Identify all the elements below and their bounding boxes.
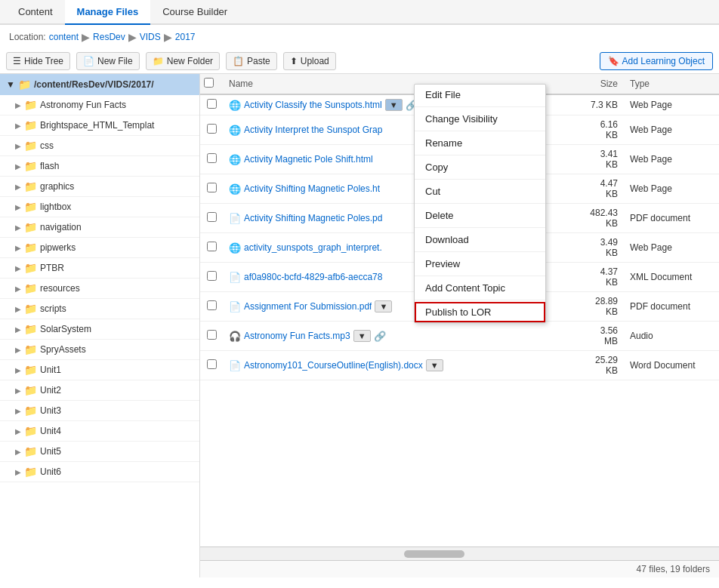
sidebar-item-14[interactable]: ▶📁Unit2 xyxy=(0,380,199,401)
file-name-1[interactable]: Activity Interpret the Sunspot Grap xyxy=(244,125,382,135)
file-name-8[interactable]: Astronomy Fun Facts.mp3 xyxy=(244,331,350,341)
file-dropdown-btn-9[interactable]: ▼ xyxy=(426,359,443,371)
file-checkbox-8[interactable] xyxy=(207,330,217,340)
file-name-5[interactable]: activity_sunspots_graph_interpret. xyxy=(244,242,382,253)
loc-2017[interactable]: 2017 xyxy=(175,32,196,42)
sidebar-item-13[interactable]: ▶📁Unit1 xyxy=(0,360,199,380)
menu-item-add-content-topic[interactable]: Add Content Topic xyxy=(415,278,545,298)
menu-separator-9 xyxy=(415,300,545,300)
sidebar-item-2[interactable]: ▶📁css xyxy=(0,136,199,156)
menu-item-edit-file[interactable]: Edit File xyxy=(415,85,545,105)
horizontal-scrollbar[interactable] xyxy=(200,546,719,560)
file-type-icon-4: 📄 xyxy=(229,213,241,224)
add-learning-object-button[interactable]: 🔖 Add Learning Object xyxy=(600,52,713,70)
menu-item-change-visibility[interactable]: Change Visibility xyxy=(415,109,545,129)
new-file-button[interactable]: 📄 New File xyxy=(76,52,140,70)
file-name-6[interactable]: af0a980c-bcfd-4829-afb6-aecca78 xyxy=(244,272,382,282)
hide-tree-button[interactable]: ☰ Hide Tree xyxy=(6,52,70,70)
sidebar-item-label-0: Astronomy Fun Facts xyxy=(40,100,126,110)
file-name-2[interactable]: Activity Magnetic Pole Shift.html xyxy=(244,154,373,165)
sidebar-item-8[interactable]: ▶📁PTBR xyxy=(0,258,199,279)
file-name-4[interactable]: Activity Shifting Magnetic Poles.pd xyxy=(244,213,382,223)
file-name-3[interactable]: Activity Shifting Magnetic Poles.ht xyxy=(244,183,380,194)
sidebar-item-3[interactable]: ▶📁flash xyxy=(0,156,199,177)
folder-expand-icon: ▶ xyxy=(15,346,21,354)
tab-content[interactable]: Content xyxy=(6,0,65,25)
file-checkbox-1[interactable] xyxy=(207,124,217,134)
menu-separator-7 xyxy=(415,251,545,252)
sidebar-items: ▶📁Astronomy Fun Facts▶📁Brightspace_HTML_… xyxy=(0,95,199,577)
sidebar-item-label-10: scripts xyxy=(40,303,66,314)
new-folder-button[interactable]: 📁 New Folder xyxy=(146,52,220,70)
folder-expand-icon: ▶ xyxy=(15,223,21,232)
file-dropdown-btn-8[interactable]: ▼ xyxy=(353,330,371,342)
sidebar-item-5[interactable]: ▶📁lightbox xyxy=(0,197,199,217)
tabs-bar: Content Manage Files Course Builder xyxy=(0,0,719,25)
sidebar-root-item[interactable]: ▼ 📁 /content/ResDev/VIDS/2017/ xyxy=(0,74,199,95)
folder-expand-icon: ▶ xyxy=(15,386,21,395)
file-checkbox-2[interactable] xyxy=(207,153,217,163)
file-name-7[interactable]: Assignment For Submission.pdf xyxy=(244,301,372,312)
file-dropdown-btn-0[interactable]: ▼ xyxy=(385,99,403,111)
sidebar-item-4[interactable]: ▶📁graphics xyxy=(0,177,199,197)
sidebar-item-6[interactable]: ▶📁navigation xyxy=(0,217,199,238)
sidebar-item-17[interactable]: ▶📁Unit5 xyxy=(0,442,199,462)
file-name-9[interactable]: Astronomy101_CourseOutline(English).docx xyxy=(244,360,423,371)
tab-manage-files[interactable]: Manage Files xyxy=(65,0,151,25)
sidebar: ▼ 📁 /content/ResDev/VIDS/2017/ ▶📁Astrono… xyxy=(0,74,200,577)
file-checkbox-4[interactable] xyxy=(207,212,217,222)
loc-vids[interactable]: VIDS xyxy=(140,32,161,42)
file-checkbox-6[interactable] xyxy=(207,271,217,281)
sidebar-item-11[interactable]: ▶📁SolarSystem xyxy=(0,319,199,340)
sidebar-item-10[interactable]: ▶📁scripts xyxy=(0,299,199,319)
menu-separator-1 xyxy=(415,106,545,107)
menu-item-cut[interactable]: Cut xyxy=(415,181,545,202)
file-checkbox-3[interactable] xyxy=(207,183,217,192)
file-checkbox-9[interactable] xyxy=(207,359,217,369)
file-name-0[interactable]: Activity Classify the Sunspots.html xyxy=(244,100,382,110)
loc-content[interactable]: content xyxy=(49,32,79,42)
loc-sep-2: ▶ xyxy=(128,31,137,43)
sidebar-item-label-17: Unit5 xyxy=(40,446,61,457)
file-link-icon-8[interactable]: 🔗 xyxy=(374,331,386,342)
paste-icon: 📋 xyxy=(233,56,244,66)
sidebar-item-0[interactable]: ▶📁Astronomy Fun Facts xyxy=(0,95,199,115)
sidebar-item-7[interactable]: ▶📁pipwerks xyxy=(0,238,199,258)
sidebar-item-9[interactable]: ▶📁resources xyxy=(0,279,199,299)
loc-resdev[interactable]: ResDev xyxy=(93,32,125,42)
menu-separator-5 xyxy=(415,203,545,204)
menu-item-download[interactable]: Download xyxy=(415,229,545,250)
folder-expand-icon: ▶ xyxy=(15,203,21,211)
menu-item-delete[interactable]: Delete xyxy=(415,205,545,226)
sidebar-item-18[interactable]: ▶📁Unit6 xyxy=(0,462,199,482)
sidebar-item-label-14: Unit2 xyxy=(40,385,61,396)
file-type-icon-0: 🌐 xyxy=(229,100,241,111)
menu-item-publish-to-lor[interactable]: Publish to LOR xyxy=(415,302,545,322)
file-type-icon-3: 🌐 xyxy=(229,183,241,195)
tab-course-builder[interactable]: Course Builder xyxy=(150,0,239,25)
folder-expand-icon: ▶ xyxy=(15,366,21,374)
select-all-checkbox[interactable] xyxy=(204,78,214,88)
file-checkbox-7[interactable] xyxy=(207,300,217,310)
menu-item-copy[interactable]: Copy xyxy=(415,157,545,177)
paste-button[interactable]: 📋 Paste xyxy=(226,52,277,70)
sidebar-item-12[interactable]: ▶📁SpryAssets xyxy=(0,340,199,360)
file-checkbox-0[interactable] xyxy=(207,99,217,109)
file-dropdown-btn-7[interactable]: ▼ xyxy=(375,300,392,312)
folder-icon-14: 📁 xyxy=(24,384,37,396)
file-type-icon-5: 🌐 xyxy=(229,242,241,254)
folder-expand-icon: ▶ xyxy=(15,101,21,109)
file-checkbox-5[interactable] xyxy=(207,242,217,251)
sidebar-item-16[interactable]: ▶📁Unit4 xyxy=(0,421,199,442)
location-label: Location: xyxy=(9,32,46,42)
folder-expand-icon: ▶ xyxy=(15,122,21,130)
horizontal-scroll-thumb[interactable] xyxy=(404,550,464,558)
upload-button[interactable]: ⬆ Upload xyxy=(283,52,336,70)
sidebar-item-label-7: pipwerks xyxy=(40,242,76,253)
menu-item-preview[interactable]: Preview xyxy=(415,254,545,274)
sidebar-item-1[interactable]: ▶📁Brightspace_HTML_Templat xyxy=(0,115,199,136)
folder-expand-icon: ▶ xyxy=(15,305,21,313)
menu-separator-6 xyxy=(415,227,545,228)
menu-item-rename[interactable]: Rename xyxy=(415,133,545,153)
sidebar-item-15[interactable]: ▶📁Unit3 xyxy=(0,401,199,421)
